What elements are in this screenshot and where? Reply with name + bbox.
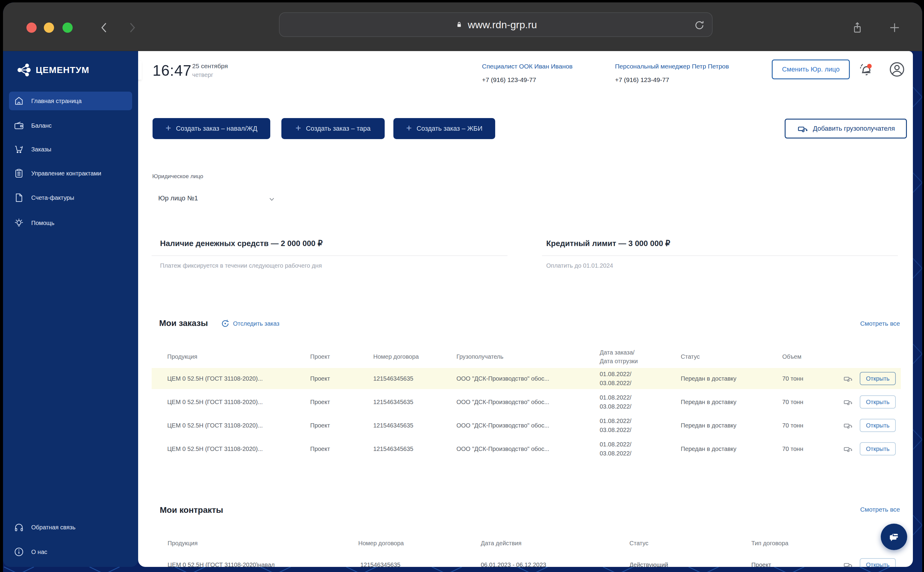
main-content: 16:47 25 сентября четверг Специалист ООК… xyxy=(138,51,913,567)
open-order-button[interactable]: Открыть xyxy=(860,419,896,432)
column-header: Статус xyxy=(629,539,648,547)
logo: ЦЕМЕНТУМ xyxy=(17,62,90,78)
add-consignee-button[interactable]: Добавить грузополучателя xyxy=(784,119,907,138)
clock-time: 16:47 xyxy=(152,62,192,79)
order-dates: 01.08.2022/03.08.2022/ xyxy=(600,440,631,458)
contract-row: ЦЕМ 0 52.5Н (ГОСТ 31108-2020)навал121546… xyxy=(152,554,901,567)
contract-cell: Действующий xyxy=(629,561,668,567)
order-cell: 121546345635 xyxy=(373,422,413,429)
column-header: Номер договора xyxy=(373,353,419,360)
create-order-bulk-button[interactable]: +Создать заказ – навал/ЖД xyxy=(152,118,270,139)
plus-icon: + xyxy=(296,123,301,134)
zoom-window-button[interactable] xyxy=(62,23,73,33)
order-dates: 01.08.2022/03.08.2022/ xyxy=(600,370,631,387)
contract-cell: 121546345635 xyxy=(360,561,400,567)
column-header: Статус xyxy=(681,353,700,360)
lock-icon xyxy=(455,20,464,29)
column-header: Дата действия xyxy=(481,539,522,547)
plus-icon: + xyxy=(406,123,412,134)
plus-icon: + xyxy=(166,123,171,134)
chat-fab-button[interactable] xyxy=(881,524,907,550)
contract-cell: Проект xyxy=(751,561,771,567)
column-header: Продукция xyxy=(167,353,197,360)
credit-title: Кредитный лимит — 3 000 000 ₽ xyxy=(542,239,898,248)
share-button[interactable] xyxy=(850,21,864,34)
order-cell: ЦЕМ 0 52.5Н (ГОСТ 31108-2020)... xyxy=(167,375,263,382)
back-button[interactable] xyxy=(98,21,111,34)
collapse-sidebar-button[interactable] xyxy=(138,61,142,79)
track-order-icon[interactable] xyxy=(220,318,231,329)
account-icon[interactable] xyxy=(888,61,906,78)
column-header: Продукция xyxy=(167,539,198,547)
order-cell: Передан в доставку xyxy=(681,399,736,406)
create-order-tare-button[interactable]: +Создать заказ – тара xyxy=(281,118,384,139)
sidebar-item-label: Обратная связь xyxy=(31,524,75,531)
delivery-truck-icon[interactable] xyxy=(842,420,854,431)
open-order-button[interactable]: Открыть xyxy=(860,442,896,455)
order-cell: ООО "ДСК-Производство" обос... xyxy=(456,422,549,429)
order-row: ЦЕМ 0 52.5Н (ГОСТ 31108-2020)...Проект12… xyxy=(152,392,901,412)
open-order-button[interactable]: Открыть xyxy=(860,395,896,409)
sidebar-item-bulb[interactable]: Помощь xyxy=(9,214,132,232)
orders-see-all-link[interactable]: Смотреть все xyxy=(860,320,900,327)
browser-window: www.rdn-grp.ru ЦЕМЕНТУМ Главная страница… xyxy=(3,2,922,572)
close-window-button[interactable] xyxy=(26,23,37,33)
bulb-icon xyxy=(14,218,24,228)
sidebar-item-label: Счета-фактуры xyxy=(31,194,74,201)
home-icon xyxy=(14,96,24,106)
url-bar[interactable]: www.rdn-grp.ru xyxy=(279,12,713,37)
specialist-name: Специалист ООК Иван Иванов xyxy=(482,63,573,70)
browser-chrome: www.rdn-grp.ru xyxy=(3,2,922,51)
sidebar-item-file[interactable]: Счета-фактуры xyxy=(9,188,132,207)
sidebar-item-headphones[interactable]: Обратная связь xyxy=(9,518,132,536)
chevron-left-icon xyxy=(138,67,139,73)
order-cell: Передан в доставку xyxy=(681,375,736,382)
order-cell: 121546345635 xyxy=(373,375,413,382)
file-icon xyxy=(14,192,24,203)
sidebar-item-label: Заказы xyxy=(31,146,51,153)
column-header: Дата отгрузки xyxy=(600,358,638,365)
delivery-truck-icon[interactable] xyxy=(842,396,854,408)
cash-title: Наличие денежных средств — 2 000 000 ₽ xyxy=(152,239,507,248)
order-row: ЦЕМ 0 52.5Н (ГОСТ 31108-2020)...Проект12… xyxy=(152,438,901,459)
sidebar-item-label: Главная страница xyxy=(31,98,82,104)
minimize-window-button[interactable] xyxy=(44,23,54,33)
sidebar-item-home[interactable]: Главная страница xyxy=(9,92,132,110)
sidebar-item-label: Помощь xyxy=(31,219,54,227)
sidebar-item-label: О нас xyxy=(31,549,47,555)
order-cell: ЦЕМ 0 52.5Н (ГОСТ 31108-2020)... xyxy=(167,399,263,406)
new-tab-button[interactable] xyxy=(888,21,901,34)
sidebar-item-cart[interactable]: Заказы xyxy=(9,140,132,159)
specialist-phone: +7 (916) 123-49-77 xyxy=(482,76,536,84)
sidebar-item-info[interactable]: О нас xyxy=(9,542,132,561)
delivery-truck-icon[interactable] xyxy=(842,373,854,384)
delivery-truck-icon[interactable] xyxy=(842,443,854,455)
truck-icon xyxy=(797,123,809,135)
order-cell: 70 тонн xyxy=(782,399,803,406)
delivery-truck-icon[interactable] xyxy=(842,559,854,567)
credit-note: Оплатить до 01.01.2024 xyxy=(546,262,613,269)
change-entity-button[interactable]: Сменить Юр. лицо xyxy=(772,59,850,79)
column-header: Объем xyxy=(782,353,802,360)
order-dates: 01.08.2022/03.08.2022/ xyxy=(600,417,631,434)
contracts-see-all-link[interactable]: Смотреть все xyxy=(860,506,900,513)
manager-phone: +7 (916) 123-49-77 xyxy=(615,76,669,84)
create-order-zhbi-button[interactable]: +Создать заказ – ЖБИ xyxy=(394,118,495,139)
sidebar-item-label: Управление контрактами xyxy=(31,170,101,177)
right-strip-pattern xyxy=(913,51,922,567)
chevron-down-icon[interactable] xyxy=(268,195,276,203)
sidebar-item-clipboard[interactable]: Управление контрактами xyxy=(9,164,132,183)
notifications-bell-icon[interactable] xyxy=(857,61,874,78)
track-order-link[interactable]: Отследить заказ xyxy=(233,320,279,327)
column-header: Номер договора xyxy=(358,539,404,547)
reload-button[interactable] xyxy=(693,19,706,32)
open-order-button[interactable]: Открыть xyxy=(860,372,896,385)
footer-pattern xyxy=(3,567,922,572)
open-contract-button[interactable]: Открыть xyxy=(860,558,896,567)
wallet-icon xyxy=(14,120,24,131)
order-cell: ЦЕМ 0 52.5Н (ГОСТ 31108-2020)... xyxy=(167,422,263,429)
entity-label: Юридическое лицо xyxy=(152,173,203,180)
entity-select[interactable]: Юр лицо №1 xyxy=(158,194,198,202)
forward-button[interactable] xyxy=(126,21,139,34)
sidebar-item-wallet[interactable]: Баланс xyxy=(9,116,132,135)
